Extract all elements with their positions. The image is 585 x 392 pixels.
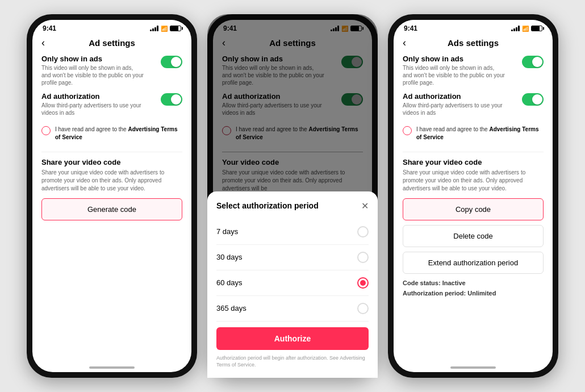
wifi-icon-1: 📶 [161, 26, 168, 32]
status-bar-1: 9:41 📶 [32, 20, 191, 35]
share-code-desc-3: Share your unique video code with advert… [403, 169, 544, 193]
option-60days-label: 60 days [216, 278, 243, 287]
ad-auth-desc-1: Allow third-party advertisers to use you… [41, 102, 144, 116]
ad-auth-setting-1: Ad authorization Allow third-party adver… [41, 92, 182, 116]
divider-3 [403, 152, 544, 152]
battery-icon-3 [531, 26, 542, 31]
option-365days-radio[interactable] [357, 303, 369, 314]
option-60days-radio[interactable] [357, 277, 369, 289]
status-icons-3: 📶 [511, 26, 542, 32]
only-show-desc-1: This video will only be shown in ads, an… [41, 64, 144, 86]
delete-code-button[interactable]: Delete code [403, 225, 544, 247]
ad-auth-desc-3: Allow third-party advertisers to use you… [403, 102, 505, 116]
option-60days[interactable]: 60 days [216, 270, 369, 296]
back-button-1[interactable]: ‹ [41, 37, 45, 49]
terms-checkbox-1[interactable] [41, 126, 51, 135]
modal-close-button[interactable]: ✕ [361, 201, 369, 211]
modal-footer-text: Authorization period will begin after au… [216, 355, 369, 369]
share-code-title-1: Share your video code [41, 158, 182, 166]
code-status-label: Code status: [403, 280, 442, 286]
share-code-title-3: Share your video code [403, 158, 544, 166]
nav-bar-1: ‹ Ad settings [32, 35, 191, 50]
phone-2-screen: 9:41 📶 ‹ Ad settings [213, 20, 372, 372]
code-status: Code status: Inactive Authorization peri… [403, 278, 544, 298]
page-title-3: Ads settings [448, 38, 499, 48]
phone-2: 9:41 📶 ‹ Ad settings [207, 14, 378, 378]
auth-period-line: Authorization period: Unlimited [403, 289, 544, 299]
option-365days-label: 365 days [216, 304, 246, 312]
only-show-desc-3: This video will only be shown in ads, an… [403, 64, 505, 86]
ad-auth-title-1: Ad authorization [41, 92, 144, 101]
ad-auth-toggle-1[interactable] [161, 93, 182, 106]
auth-period-value: Unlimited [467, 290, 496, 297]
phone-3-screen: 9:41 📶 ‹ Ads settings [394, 20, 553, 372]
only-show-title-1: Only show in ads [41, 55, 144, 63]
only-show-setting-3: Only show in ads This video will only be… [403, 55, 544, 86]
only-show-setting-1: Only show in ads This video will only be… [41, 55, 182, 86]
phone-1: 9:41 📶 ‹ Ad settings [27, 14, 197, 378]
signal-icon-1 [150, 26, 158, 31]
auth-period-label: Authorization period: [403, 290, 467, 297]
only-show-toggle-3[interactable] [522, 56, 544, 68]
phone-1-screen: 9:41 📶 ‹ Ad settings [32, 20, 191, 372]
code-status-line: Code status: Inactive [403, 278, 544, 289]
option-7days-label: 7 days [216, 227, 238, 236]
terms-text-3: I have read and agree to the [416, 126, 489, 132]
authorize-button[interactable]: Authorize [216, 327, 369, 350]
option-7days-radio[interactable] [357, 226, 369, 237]
terms-checkbox-3[interactable] [403, 126, 412, 135]
screen-content-1: Only show in ads This video will only be… [32, 50, 191, 361]
ad-auth-toggle-3[interactable] [522, 93, 544, 106]
modal-title: Select authorization period [216, 201, 319, 210]
page-title-1: Ad settings [89, 38, 135, 48]
signal-icon-3 [511, 26, 520, 31]
status-time-3: 9:41 [404, 24, 417, 32]
only-show-title-3: Only show in ads [403, 55, 505, 63]
extend-auth-button[interactable]: Extend authorization period [403, 252, 544, 274]
ad-auth-title-3: Ad authorization [403, 92, 505, 101]
phone-3: 9:41 📶 ‹ Ads settings [388, 14, 558, 378]
modal-header: Select authorization period ✕ [216, 201, 369, 211]
screen-content-3: Only show in ads This video will only be… [394, 50, 553, 361]
ad-auth-setting-3: Ad authorization Allow third-party adver… [403, 92, 544, 116]
battery-icon-1 [170, 26, 181, 31]
modal-sheet: Select authorization period ✕ 7 days 30 … [213, 191, 372, 372]
wifi-icon-3: 📶 [522, 26, 529, 32]
share-code-desc-1: Share your unique video code with advert… [41, 169, 182, 193]
only-show-toggle-1[interactable] [161, 56, 182, 68]
nav-bar-3: ‹ Ads settings [394, 35, 553, 50]
home-indicator-1 [32, 361, 191, 372]
option-365days[interactable]: 365 days [216, 296, 369, 322]
option-30days-radio[interactable] [357, 252, 369, 263]
code-status-value: Inactive [442, 280, 466, 286]
back-button-3[interactable]: ‹ [403, 37, 406, 49]
copy-code-button[interactable]: Copy code [403, 198, 544, 220]
option-30days-label: 30 days [216, 253, 243, 261]
terms-text-1: I have read and agree to the [55, 126, 128, 132]
divider-1 [41, 152, 182, 152]
generate-code-button[interactable]: Generate code [41, 198, 182, 220]
modal-overlay: Select authorization period ✕ 7 days 30 … [213, 20, 372, 372]
terms-row-3: I have read and agree to the Advertising… [403, 122, 544, 145]
terms-row-1: I have read and agree to the Advertising… [41, 122, 182, 145]
home-indicator-3 [394, 361, 553, 372]
status-bar-3: 9:41 📶 [394, 20, 553, 35]
option-7days[interactable]: 7 days [216, 219, 369, 245]
status-icons-1: 📶 [150, 26, 181, 32]
option-30days[interactable]: 30 days [216, 245, 369, 270]
status-time-1: 9:41 [43, 24, 56, 32]
